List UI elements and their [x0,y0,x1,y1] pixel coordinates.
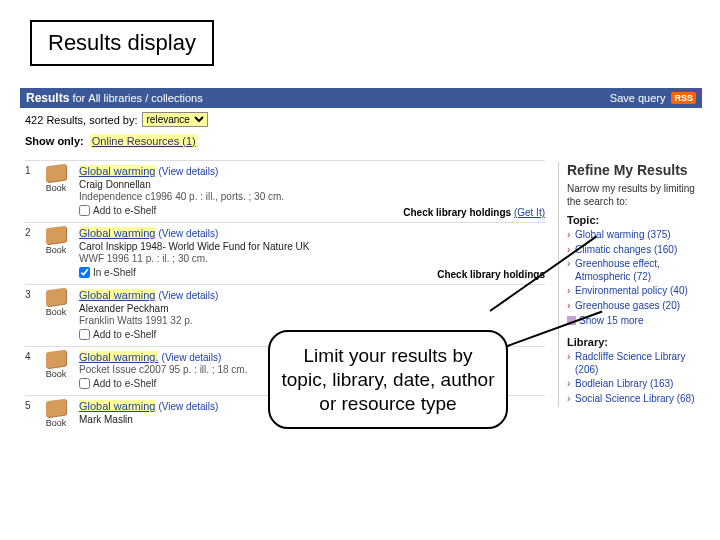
result-number: 3 [25,289,39,340]
callout-bubble: Limit your results by topic, library, da… [268,330,508,429]
result-title-link[interactable]: Global warming [79,400,155,412]
item-type: Book [46,307,67,317]
show-only-label: Show only: [25,135,84,147]
holdings-row: Check library holdings [437,269,545,280]
result-number: 5 [25,400,39,428]
shelf-label: Add to e-Shelf [93,329,156,340]
shelf-label: Add to e-Shelf [93,378,156,389]
facet-topic-head: Topic: [567,214,702,226]
item-type: Book [46,369,67,379]
result-number: 1 [25,165,39,216]
book-icon [46,350,66,369]
result-title-link[interactable]: Global warming. [79,351,158,363]
result-number: 4 [25,351,39,389]
sort-select[interactable]: relevance [142,112,208,127]
book-icon [46,226,66,245]
item-type: Book [46,183,67,193]
result-author: Carol Inskipp 1948- World Wide Fund for … [79,241,545,252]
holdings-row: Check library holdings (Get It) [403,207,545,218]
topic-facet-item[interactable]: Greenhouse gases (20) [567,300,702,313]
results-count: 422 Results, sorted by: [25,114,138,126]
result-title-link[interactable]: Global warming [79,227,155,239]
controls-row: 422 Results, sorted by: relevance Show o… [25,112,700,147]
online-resources-link[interactable]: Online Resources (1) [90,134,198,148]
result-pub: Franklin Watts 1991 32 p. [79,315,545,326]
for-label: for [72,92,85,104]
get-it-link[interactable]: (Get It) [514,207,545,218]
topic-facet-item[interactable]: Global warming (375) [567,229,702,242]
result-pub: Independence c1996 40 p. : ill., ports. … [79,191,545,202]
library-facet-item[interactable]: Social Science Library (68) [567,393,702,406]
refine-heading: Refine My Results [567,162,702,178]
result-author: Alexander Peckham [79,303,545,314]
page-title-box: Results display [30,20,214,66]
view-details-link[interactable]: (View details) [158,401,218,412]
rss-icon[interactable]: RSS [671,92,696,104]
shelf-label: Add to e-Shelf [93,205,156,216]
result-item: 1BookGlobal warming (View details)Craig … [25,160,545,222]
result-pub: WWF 1996 11 p. : il. ; 30 cm. [79,253,545,264]
scope-text: All libraries / collections [88,92,202,104]
refine-intro: Narrow my results by limiting the search… [567,182,702,208]
library-facet-item[interactable]: Radcliffe Science Library (206) [567,351,702,376]
callout-text: Limit your results by topic, library, da… [282,345,495,414]
shelf-checkbox[interactable] [79,329,90,340]
result-title-link[interactable]: Global warming [79,165,155,177]
result-number: 2 [25,227,39,278]
library-facet-item[interactable]: Bodleian Library (163) [567,378,702,391]
topic-facet-item[interactable]: Greenhouse effect, Atmospheric (72) [567,258,702,283]
refine-sidebar: Refine My Results Narrow my results by l… [558,162,702,407]
shelf-checkbox[interactable] [79,267,90,278]
facet-library-head: Library: [567,336,702,348]
library-facet-list: Radcliffe Science Library (206)Bodleian … [567,351,702,405]
result-item: 2BookGlobal warming (View details)Carol … [25,222,545,284]
result-title-link[interactable]: Global warming [79,289,155,301]
view-details-link[interactable]: (View details) [162,352,222,363]
topic-facet-item[interactable]: Climatic changes (160) [567,244,702,257]
save-query-link[interactable]: Save query [610,92,666,104]
view-details-link[interactable]: (View details) [158,290,218,301]
book-icon [46,399,66,418]
item-type: Book [46,418,67,428]
shelf-checkbox[interactable] [79,378,90,389]
page-title: Results display [48,30,196,55]
view-details-link[interactable]: (View details) [158,166,218,177]
results-label: Results [26,91,69,105]
book-icon [46,164,66,183]
shelf-label: In e-Shelf [93,267,136,278]
result-author: Craig Donnellan [79,179,545,190]
item-type: Book [46,245,67,255]
shelf-checkbox[interactable] [79,205,90,216]
topic-facet-item[interactable]: Environmental policy (40) [567,285,702,298]
results-header: Results for All libraries / collections … [20,88,702,108]
view-details-link[interactable]: (View details) [158,228,218,239]
book-icon [46,288,66,307]
